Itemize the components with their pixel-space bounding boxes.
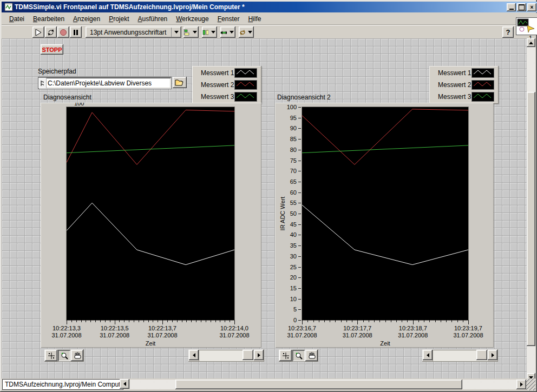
x-minor-tick — [230, 320, 230, 322]
y-tick-label: 75 — [279, 157, 297, 164]
chart-x-scrollbar[interactable] — [422, 349, 498, 362]
minimize-button[interactable] — [507, 3, 516, 11]
legend-item[interactable]: Messwert 1 — [429, 67, 499, 79]
y-tick-mark — [298, 256, 301, 257]
x-minor-tick — [81, 320, 82, 322]
scroll-track[interactable] — [527, 47, 535, 373]
font-ring[interactable]: 13pt Anwendungsschriftart — [86, 26, 181, 38]
pause-icon — [71, 28, 80, 37]
x-major-tick — [234, 320, 235, 324]
legend-item[interactable]: Messwert 2 — [429, 79, 499, 91]
x-minor-tick — [369, 320, 369, 322]
resize-objects-dropdown[interactable] — [220, 26, 235, 38]
legend-line-sample[interactable] — [471, 92, 494, 102]
window-horizontal-scrollbar[interactable] — [130, 380, 516, 389]
legend-line-sample[interactable] — [234, 92, 257, 102]
run-continuously-button[interactable] — [45, 26, 57, 38]
window-vertical-scrollbar[interactable] — [527, 38, 535, 382]
close-button[interactable]: × — [527, 3, 536, 11]
x-minor-tick — [220, 320, 220, 322]
magnifier-icon — [294, 352, 303, 360]
legend-item[interactable]: Messwert 2 — [192, 79, 261, 91]
x-tick-label: 10:23:17,731.07.2008 — [343, 325, 372, 339]
distribute-objects-dropdown[interactable] — [202, 26, 217, 38]
x-minor-tick — [402, 320, 402, 322]
magnifier-icon — [60, 352, 69, 360]
execution-target-box[interactable]: TDMSAufzeichnung.lvproj/Mein Computer — [2, 379, 123, 390]
pan-tool-button[interactable] — [305, 350, 318, 361]
series-line-messwert-1 — [302, 205, 468, 264]
scroll-right-button[interactable] — [488, 350, 497, 360]
resize-grip-icon[interactable] — [526, 378, 535, 390]
scroll-right-button[interactable] — [516, 380, 526, 389]
legend-line-sample[interactable] — [234, 68, 257, 78]
scroll-up-button[interactable] — [527, 38, 535, 47]
scroll-right-button[interactable] — [254, 350, 264, 360]
hand-icon — [73, 352, 82, 360]
menu-item-datei[interactable]: Datei — [5, 14, 29, 24]
pause-button[interactable] — [70, 26, 82, 38]
x-minor-tick — [134, 320, 134, 322]
legend-item[interactable]: Messwert 3 — [192, 91, 261, 103]
menu-item-fenster[interactable]: Fenster — [213, 14, 244, 24]
scroll-left-button[interactable] — [423, 350, 433, 360]
scroll-left-button[interactable] — [120, 379, 129, 389]
path-input[interactable] — [47, 78, 171, 88]
y-tick-label: 80 — [279, 147, 297, 153]
zoom-tool-button[interactable] — [58, 350, 70, 361]
x-minor-tick — [124, 320, 125, 322]
legend-line-sample[interactable] — [471, 80, 494, 90]
plot-area[interactable] — [302, 107, 468, 320]
menu-item-projekt[interactable]: Projekt — [104, 14, 133, 24]
legend-item[interactable]: Messwert 1 — [192, 67, 261, 79]
front-panel: STOPP Speicherpfad Messwert 1Messwert 2M… — [2, 38, 527, 378]
x-minor-tick — [201, 320, 201, 322]
y-tick-mark — [298, 182, 301, 182]
plot-area[interactable] — [67, 107, 234, 320]
browse-button[interactable] — [173, 77, 187, 88]
x-minor-tick — [206, 320, 206, 322]
context-help-button[interactable]: ? — [502, 26, 514, 38]
menu-item-anzeigen[interactable]: Anzeigen — [69, 14, 104, 24]
path-control[interactable] — [38, 77, 172, 89]
menu-item-hilfe[interactable]: Hilfe — [244, 14, 265, 24]
legend-line-sample[interactable] — [234, 80, 257, 90]
menu-item-werkzeuge[interactable]: Werkzeuge — [172, 14, 213, 24]
cursor-tool-button[interactable] — [279, 350, 292, 361]
x-minor-tick — [71, 320, 72, 322]
y-tick-label: 65 — [279, 178, 297, 185]
y-tick-mark — [298, 118, 301, 118]
maximize-button[interactable] — [517, 3, 526, 11]
abort-button[interactable] — [57, 26, 69, 38]
scroll-thumb[interactable] — [476, 350, 487, 360]
zoom-tool-button[interactable] — [292, 350, 305, 361]
x-major-tick — [115, 320, 115, 324]
waveform-chart: 10:22:13,331.07.200810:22:13,531.07.2008… — [41, 103, 261, 348]
legend-line-sample[interactable] — [471, 68, 494, 78]
legend-item[interactable]: Messwert 3 — [429, 91, 499, 103]
pan-tool-button[interactable] — [71, 350, 83, 361]
scroll-track[interactable] — [199, 350, 254, 361]
chart-x-scrollbar[interactable] — [188, 349, 264, 362]
scroll-track[interactable] — [433, 350, 488, 361]
title-bar[interactable]: TDMSSimple.vi Frontpanel auf TDMSAufzeic… — [2, 2, 537, 12]
stopp-button[interactable]: STOPP — [41, 44, 63, 55]
x-minor-tick — [167, 320, 168, 322]
y-tick-label: 95 — [279, 115, 297, 121]
menu-item-ausführen[interactable]: Ausführen — [134, 14, 172, 24]
scroll-thumb[interactable] — [175, 380, 462, 389]
x-tick-label: 10:22:13,531.07.2008 — [100, 325, 129, 339]
align-objects-dropdown[interactable] — [184, 26, 199, 38]
cursor-tool-button[interactable] — [45, 350, 57, 361]
scroll-thumb[interactable] — [527, 92, 535, 346]
reorder-dropdown[interactable] — [239, 26, 254, 38]
run-button[interactable] — [32, 26, 44, 38]
x-minor-tick — [153, 320, 153, 322]
scroll-thumb[interactable] — [243, 350, 253, 360]
x-minor-tick — [385, 320, 386, 322]
y-tick-mark — [298, 150, 301, 150]
menu-item-bearbeiten[interactable]: Bearbeiten — [29, 14, 69, 24]
y-tick-mark — [298, 128, 301, 129]
x-minor-tick — [446, 320, 447, 322]
scroll-left-button[interactable] — [189, 350, 199, 360]
